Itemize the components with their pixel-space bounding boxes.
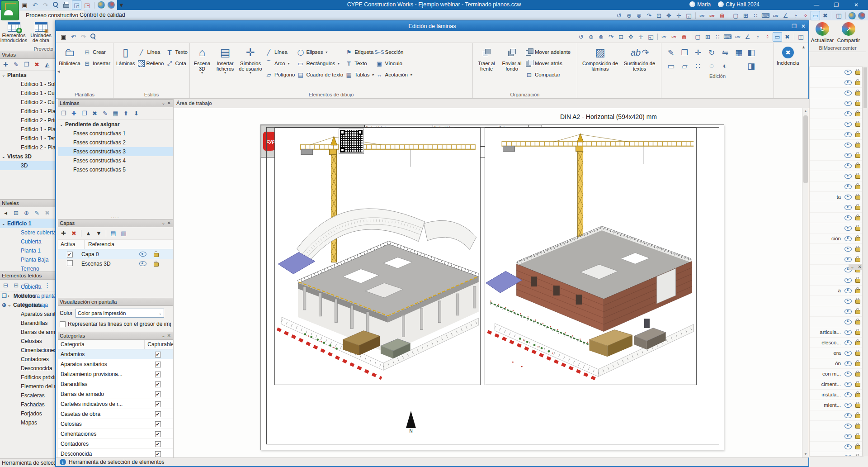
category-row[interactable]: Contadores bbox=[58, 439, 173, 449]
divider[interactable]: | bbox=[94, 2, 94, 9]
visibility-row[interactable] bbox=[810, 244, 863, 254]
insertar-ficheros-button[interactable]: ▤ Insertar ficheros▾ bbox=[214, 45, 236, 91]
delete-view-icon[interactable]: ✖ bbox=[32, 60, 42, 69]
canvas-vertical-scrollbar[interactable]: ▲ ▼ bbox=[802, 108, 809, 457]
lock-icon[interactable] bbox=[855, 279, 860, 283]
visibility-eye-icon[interactable] bbox=[844, 163, 852, 168]
layer-down-icon[interactable]: ▼ bbox=[94, 229, 104, 238]
simbolos-usuario-button[interactable]: ✛ Símbolos de usuario▾ bbox=[238, 45, 263, 91]
visibility-row[interactable]: ta bbox=[810, 192, 863, 202]
visibility-eye-icon[interactable] bbox=[844, 174, 852, 179]
divider[interactable]: | bbox=[729, 12, 729, 19]
lock-icon[interactable] bbox=[855, 81, 860, 85]
tree-item[interactable]: Barras de armado bbox=[0, 328, 55, 337]
tree-item[interactable]: Edificio 2 - Cubierta bbox=[0, 98, 55, 107]
delete-sheet-icon[interactable]: ✖ bbox=[90, 109, 99, 118]
save-icon[interactable]: ▣ bbox=[59, 32, 68, 42]
ribbon-minimize-icon[interactable]: ▲ bbox=[802, 45, 806, 49]
expand-all-icon[interactable]: ⊞ bbox=[11, 281, 21, 290]
lock-icon[interactable] bbox=[855, 372, 860, 376]
capturable-checkbox[interactable] bbox=[155, 401, 161, 407]
escena-3d-button[interactable]: ⌂ Escena 3D▾ bbox=[192, 45, 212, 91]
visibility-eye-icon[interactable] bbox=[844, 122, 852, 127]
visibility-eye-icon[interactable] bbox=[844, 278, 852, 283]
divider[interactable]: | bbox=[832, 12, 832, 19]
category-row[interactable]: Cimentaciones bbox=[58, 429, 173, 439]
rectangulos-button[interactable]: ▭Rectángulos▾ bbox=[297, 59, 343, 68]
lock-icon[interactable] bbox=[855, 383, 860, 387]
edit-circle-icon[interactable]: ◌ bbox=[705, 59, 718, 73]
layer-active-checkbox[interactable] bbox=[67, 252, 73, 257]
texto-button[interactable]: TTexto bbox=[345, 59, 373, 68]
composicion-laminas-button[interactable]: ▨ Composición de láminas bbox=[581, 45, 620, 91]
angle-icon[interactable]: ∠ bbox=[781, 11, 790, 20]
visibility-row[interactable] bbox=[810, 171, 863, 181]
capturable-checkbox[interactable] bbox=[155, 362, 161, 367]
tree-item[interactable]: Forjados bbox=[0, 409, 55, 418]
tree-item[interactable]: Fachadas bbox=[0, 400, 55, 409]
sustitucion-textos-button[interactable]: ab↷ Sustitución de textos bbox=[622, 45, 658, 91]
visibility-eye-icon[interactable] bbox=[844, 91, 852, 95]
divider[interactable]: | bbox=[695, 12, 696, 19]
tree-item[interactable]: ›Modelos bbox=[0, 291, 55, 300]
panel-resize-grip[interactable]: ···· bbox=[58, 216, 173, 219]
lock-icon[interactable] bbox=[855, 102, 860, 106]
dxf-import-icon[interactable]: DXF bbox=[660, 32, 669, 42]
layer-up-icon[interactable]: ▲ bbox=[84, 229, 93, 238]
visibility-eye-icon[interactable] bbox=[844, 299, 852, 304]
acotacion-button[interactable]: ↔Acotación▾ bbox=[376, 70, 412, 79]
collapse-all-icon[interactable]: ⊟ bbox=[1, 281, 10, 290]
render-settings-icon[interactable]: ● bbox=[98, 1, 105, 9]
web-icon[interactable]: ◍ bbox=[849, 12, 856, 19]
close-panel-icon[interactable]: ✕ bbox=[167, 220, 171, 226]
view-options-icon[interactable]: ◭ bbox=[42, 60, 52, 69]
lock-icon[interactable] bbox=[855, 237, 860, 241]
tree-item[interactable]: 3D bbox=[0, 161, 55, 170]
unidades-de-obra-button[interactable]: Unidades de obra bbox=[28, 22, 54, 44]
sheet-list-item[interactable]: Fases constructivas 4 bbox=[58, 156, 173, 165]
dialog-close-button[interactable]: ✕ bbox=[801, 23, 806, 29]
lock-icon[interactable] bbox=[855, 320, 860, 324]
category-row[interactable]: Carteles indicativos de r... bbox=[58, 399, 173, 409]
restore-button[interactable]: ❐ bbox=[826, 0, 846, 10]
cube-edit-icon[interactable]: ◨ bbox=[747, 61, 755, 71]
lock-icon[interactable] bbox=[855, 404, 860, 408]
tree-item[interactable]: Edificios próximos bbox=[0, 373, 55, 382]
save-icon[interactable]: ▣ bbox=[20, 0, 29, 10]
angle-icon[interactable]: ∠ bbox=[743, 32, 752, 42]
tree-item[interactable]: Edificio 2 - Primera planta bbox=[0, 116, 55, 125]
visibility-row[interactable] bbox=[810, 88, 863, 98]
texto-style-button[interactable]: TTexto bbox=[166, 48, 188, 57]
pan-icon[interactable]: ✥ bbox=[626, 32, 636, 42]
delete-layer-icon[interactable]: ✖ bbox=[69, 229, 79, 238]
visibility-eye-icon[interactable] bbox=[844, 236, 852, 241]
actualizar-button[interactable]: ↻ Actualizar bbox=[809, 20, 835, 43]
divider[interactable]: | bbox=[794, 33, 794, 40]
layer-row[interactable]: Capa 0 bbox=[58, 249, 173, 259]
dxf-import-icon[interactable]: DXF bbox=[698, 11, 707, 20]
lock-icon[interactable] bbox=[855, 248, 860, 252]
mover-adelante-button[interactable]: Mover adelante bbox=[525, 48, 571, 57]
grid-icon[interactable]: ⊞ bbox=[741, 11, 750, 20]
visibility-row[interactable] bbox=[810, 77, 863, 88]
visibility-eye-icon[interactable] bbox=[844, 205, 852, 210]
tree-item[interactable]: Barandillas bbox=[0, 319, 55, 328]
isolate-icon[interactable]: ◇ bbox=[32, 281, 42, 290]
visibility-row[interactable] bbox=[810, 431, 863, 442]
lock-icon[interactable] bbox=[855, 206, 860, 210]
lock-icon[interactable] bbox=[855, 164, 860, 168]
visibility-eye-icon[interactable] bbox=[844, 382, 852, 387]
visibility-eye-icon[interactable] bbox=[844, 101, 852, 106]
tree-item[interactable]: Planta 1 bbox=[0, 246, 55, 255]
tree-item[interactable]: Contadores bbox=[0, 355, 55, 364]
poligono-button[interactable]: ▱Polígono bbox=[265, 70, 295, 79]
comment-icon[interactable]: ▭ bbox=[773, 32, 782, 42]
undo-icon[interactable]: ↶ bbox=[69, 32, 78, 42]
add-sublevel-icon[interactable]: ⊕ bbox=[22, 208, 31, 218]
collapse-panel-icon[interactable]: ◂ bbox=[1, 208, 10, 218]
visibility-row[interactable] bbox=[810, 275, 863, 286]
cota-style-button[interactable]: ⤢Cota bbox=[166, 59, 188, 68]
sheet-list-item[interactable]: Fases constructivas 2 bbox=[58, 138, 173, 147]
protractor-icon[interactable]: ◔ bbox=[753, 32, 762, 42]
sheet-list-item[interactable]: Fases constructivas 3 bbox=[58, 147, 173, 156]
